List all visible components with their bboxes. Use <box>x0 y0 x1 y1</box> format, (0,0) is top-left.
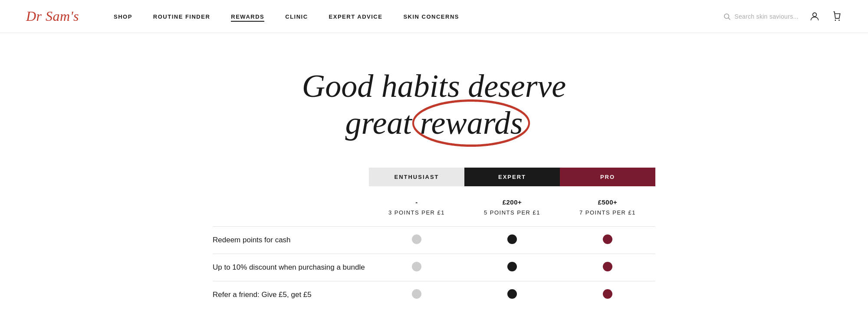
nav-item-rewards[interactable]: REWARDS <box>231 13 264 20</box>
logo[interactable]: Dr Sam's <box>26 8 79 24</box>
tier-pro-badge: PRO <box>560 168 655 186</box>
points-row: 3 POINTS PER £1 5 POINTS PER £1 7 POINTS… <box>213 208 655 227</box>
hero-line2-prefix: great <box>345 105 420 141</box>
tier-expert-badge: EXPERT <box>464 168 560 186</box>
nav-item-skin-concerns[interactable]: SKIN CONCERNS <box>403 13 459 20</box>
search-area[interactable]: Search skin saviours... <box>723 13 799 20</box>
feature-2-expert-dot <box>464 254 560 281</box>
tier-enthusiast-badge: ENTHUSIAST <box>369 168 464 186</box>
tier-header-row: ENTHUSIAST EXPERT PRO <box>213 168 655 191</box>
nav-item-expert-advice[interactable]: EXPERT ADVICE <box>329 13 383 20</box>
tier-expert-header: EXPERT <box>464 168 560 191</box>
nav-item-shop[interactable]: SHOP <box>114 13 132 20</box>
feature-row-3: Refer a friend: Give £5, get £5 <box>213 281 655 309</box>
feature-label-1: Redeem points for cash <box>213 227 369 254</box>
enthusiast-points: 3 POINTS PER £1 <box>369 208 464 227</box>
nav-link-clinic[interactable]: CLINIC <box>285 13 308 20</box>
dot-red-3 <box>603 289 612 299</box>
search-icon <box>723 13 731 20</box>
account-icon <box>809 11 820 22</box>
svg-point-4 <box>835 20 836 21</box>
cart-icon <box>831 11 842 22</box>
pro-points: 7 POINTS PER £1 <box>560 208 655 227</box>
dot-light-3 <box>412 289 421 299</box>
dot-red-2 <box>603 262 612 271</box>
nav-link-rewards[interactable]: REWARDS <box>231 13 264 22</box>
svg-point-5 <box>838 20 840 21</box>
nav-link-shop[interactable]: SHOP <box>114 13 132 20</box>
nav-right: Search skin saviours... <box>723 11 842 22</box>
tier-enthusiast-header: ENTHUSIAST <box>369 168 464 191</box>
dot-light <box>412 234 421 244</box>
nav-item-routine-finder[interactable]: ROUTINE FINDER <box>153 13 210 20</box>
cart-button[interactable] <box>831 11 842 22</box>
dot-dark <box>507 234 517 244</box>
tier-pro-header: PRO <box>560 168 655 191</box>
expert-threshold: £200+ <box>464 191 560 208</box>
feature-label-3: Refer a friend: Give £5, get £5 <box>213 281 369 309</box>
nav-link-expert-advice[interactable]: EXPERT ADVICE <box>329 13 383 20</box>
nav-links: SHOP ROUTINE FINDER REWARDS CLINIC EXPER… <box>114 13 723 20</box>
pro-threshold: £500+ <box>560 191 655 208</box>
svg-line-1 <box>729 18 730 20</box>
feature-3-enthusiast-dot <box>369 281 464 309</box>
dot-dark-3 <box>507 289 517 299</box>
feature-1-expert-dot <box>464 227 560 254</box>
nav-item-clinic[interactable]: CLINIC <box>285 13 308 20</box>
tier-table: ENTHUSIAST EXPERT PRO - £200+ £500+ 3 PO… <box>213 168 655 308</box>
dot-dark-2 <box>507 262 517 271</box>
tier-table-section: ENTHUSIAST EXPERT PRO - £200+ £500+ 3 PO… <box>195 168 673 330</box>
feature-row-2: Up to 10% discount when purchasing a bun… <box>213 254 655 281</box>
svg-point-0 <box>724 14 729 19</box>
nav-link-skin-concerns[interactable]: SKIN CONCERNS <box>403 13 459 20</box>
dot-light-2 <box>412 262 421 271</box>
feature-row-1: Redeem points for cash <box>213 227 655 254</box>
nav-link-routine-finder[interactable]: ROUTINE FINDER <box>153 13 210 20</box>
threshold-row: - £200+ £500+ <box>213 191 655 208</box>
search-placeholder: Search skin saviours... <box>734 13 799 20</box>
svg-point-2 <box>813 13 817 16</box>
hero-title: Good habits deserve great rewards <box>302 68 566 142</box>
feature-3-expert-dot <box>464 281 560 309</box>
feature-1-pro-dot <box>560 227 655 254</box>
feature-label-2: Up to 10% discount when purchasing a bun… <box>213 254 369 281</box>
enthusiast-threshold: - <box>369 191 464 208</box>
feature-1-enthusiast-dot <box>369 227 464 254</box>
main-nav: Dr Sam's SHOP ROUTINE FINDER REWARDS CLI… <box>0 0 868 33</box>
account-button[interactable] <box>809 11 820 22</box>
feature-2-enthusiast-dot <box>369 254 464 281</box>
hero-highlight-word: rewards <box>420 105 523 142</box>
dot-red <box>603 234 612 244</box>
hero-section: Good habits deserve great rewards <box>0 33 868 168</box>
feature-3-pro-dot <box>560 281 655 309</box>
hero-line1: Good habits deserve <box>302 68 566 104</box>
feature-2-pro-dot <box>560 254 655 281</box>
expert-points: 5 POINTS PER £1 <box>464 208 560 227</box>
